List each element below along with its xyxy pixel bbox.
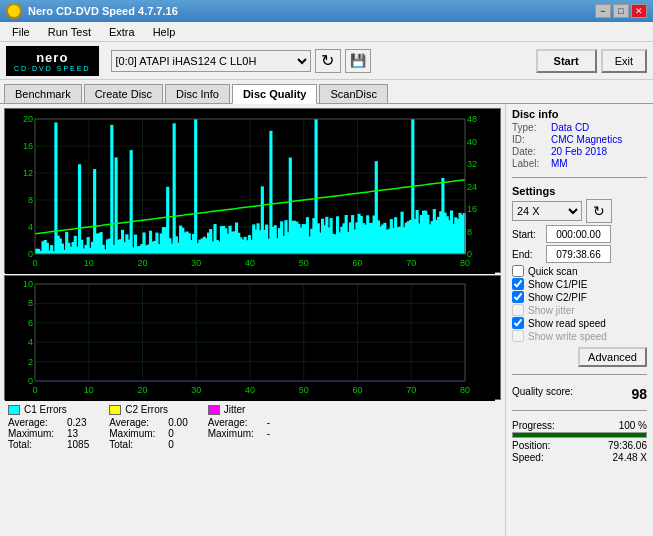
quick-scan-checkbox[interactable] [512, 265, 524, 277]
disc-info-title: Disc info [512, 108, 647, 120]
start-time-input[interactable] [546, 225, 611, 243]
show-c1pie-checkbox[interactable] [512, 278, 524, 290]
tab-benchmark[interactable]: Benchmark [4, 84, 82, 103]
close-button[interactable]: ✕ [631, 4, 647, 18]
tab-create-disc[interactable]: Create Disc [84, 84, 163, 103]
toolbar: nero CD·DVD SPEED [0:0] ATAPI iHAS124 C … [0, 42, 653, 80]
window-controls: − □ ✕ [595, 4, 647, 18]
c2-legend: C2 Errors Average:0.00 Maximum:0 Total:0 [109, 404, 187, 456]
c2-avg-value: 0.00 [168, 417, 187, 428]
menu-bar: File Run Test Extra Help [0, 22, 653, 42]
exit-button[interactable]: Exit [601, 49, 647, 73]
show-jitter-label: Show jitter [528, 305, 575, 316]
speed-row-progress: Speed: 24.48 X [512, 452, 647, 463]
logo-text: nero [36, 50, 68, 65]
settings-refresh-button[interactable]: ↻ [586, 199, 612, 223]
speed-label: Speed: [512, 452, 544, 463]
quick-scan-label: Quick scan [528, 266, 577, 277]
logo: nero CD·DVD SPEED [6, 46, 99, 76]
jitter-color-box [208, 405, 220, 415]
tab-bar: Benchmark Create Disc Disc Info Disc Qua… [0, 80, 653, 104]
tab-disc-quality[interactable]: Disc Quality [232, 84, 318, 104]
jitter-label: Jitter [224, 404, 246, 415]
show-read-speed-checkbox[interactable] [512, 317, 524, 329]
app-icon [6, 3, 22, 19]
refresh-button[interactable]: ↻ [315, 49, 341, 73]
label-value: MM [551, 158, 568, 169]
menu-extra[interactable]: Extra [101, 25, 143, 39]
charts-area: C1 Errors Average:0.23 Maximum:13 Total:… [0, 104, 505, 536]
jitter-avg-value: - [267, 417, 270, 428]
date-value: 20 Feb 2018 [551, 146, 607, 157]
speed-select[interactable]: 24 X 8 X 16 X 32 X Maximum [512, 201, 582, 221]
speed-row: 24 X 8 X 16 X 32 X Maximum ↻ [512, 199, 647, 223]
advanced-button[interactable]: Advanced [578, 347, 647, 367]
settings-section: Settings 24 X 8 X 16 X 32 X Maximum ↻ St… [512, 185, 647, 367]
main-content: C1 Errors Average:0.23 Maximum:13 Total:… [0, 104, 653, 536]
save-button[interactable]: 💾 [345, 49, 371, 73]
position-value: 79:36.06 [608, 440, 647, 451]
title-bar: Nero CD-DVD Speed 4.7.7.16 − □ ✕ [0, 0, 653, 22]
show-c2pif-checkbox[interactable] [512, 291, 524, 303]
speed-value: 24.48 X [613, 452, 647, 463]
tab-disc-info[interactable]: Disc Info [165, 84, 230, 103]
c1-avg-value: 0.23 [67, 417, 86, 428]
disc-type-row: Type: Data CD [512, 122, 647, 133]
end-time-label: End: [512, 249, 542, 260]
jitter-legend: Jitter Average:- Maximum:- [208, 404, 270, 456]
show-c2pif-row: Show C2/PIF [512, 291, 647, 303]
menu-run-test[interactable]: Run Test [40, 25, 99, 39]
progress-row: Progress: 100 % [512, 420, 647, 431]
end-time-input[interactable] [546, 245, 611, 263]
c1-color-box [8, 405, 20, 415]
c2-avg-label: Average: [109, 417, 164, 428]
progress-bar-container [512, 432, 647, 438]
c1-max-value: 13 [67, 428, 78, 439]
show-c1pie-row: Show C1/PIE [512, 278, 647, 290]
title-bar-title: Nero CD-DVD Speed 4.7.7.16 [6, 3, 178, 19]
show-write-speed-row: Show write speed [512, 330, 647, 342]
quick-scan-row: Quick scan [512, 265, 647, 277]
disc-date-row: Date: 20 Feb 2018 [512, 146, 647, 157]
c1-total-label: Total: [8, 439, 63, 450]
progress-bar-fill [513, 433, 646, 437]
start-button[interactable]: Start [536, 49, 597, 73]
right-panel: Disc info Type: Data CD ID: CMC Magnetic… [505, 104, 653, 536]
start-time-label: Start: [512, 229, 542, 240]
quality-score-label: Quality score: [512, 386, 573, 402]
c2-label: C2 Errors [125, 404, 168, 415]
c1-max-label: Maximum: [8, 428, 63, 439]
logo-sub: CD·DVD SPEED [14, 65, 91, 72]
minimize-button[interactable]: − [595, 4, 611, 18]
c1-legend: C1 Errors Average:0.23 Maximum:13 Total:… [8, 404, 89, 456]
show-write-speed-checkbox[interactable] [512, 330, 524, 342]
c2-total-label: Total: [109, 439, 164, 450]
c1-total-value: 1085 [67, 439, 89, 450]
type-value: Data CD [551, 122, 589, 133]
divider-1 [512, 177, 647, 178]
settings-title: Settings [512, 185, 647, 197]
maximize-button[interactable]: □ [613, 4, 629, 18]
quality-section: Quality score: 98 [512, 386, 647, 403]
menu-file[interactable]: File [4, 25, 38, 39]
show-jitter-checkbox[interactable] [512, 304, 524, 316]
jitter-max-label: Maximum: [208, 428, 263, 439]
disc-id-row: ID: CMC Magnetics [512, 134, 647, 145]
menu-help[interactable]: Help [145, 25, 184, 39]
progress-value: 100 % [619, 420, 647, 431]
show-c2pif-label: Show C2/PIF [528, 292, 587, 303]
type-label: Type: [512, 122, 547, 133]
drive-select[interactable]: [0:0] ATAPI iHAS124 C LL0H [111, 50, 311, 72]
divider-3 [512, 410, 647, 411]
position-label: Position: [512, 440, 550, 451]
show-jitter-row: Show jitter [512, 304, 647, 316]
disc-info-section: Disc info Type: Data CD ID: CMC Magnetic… [512, 108, 647, 170]
jitter-avg-label: Average: [208, 417, 263, 428]
c2-total-value: 0 [168, 439, 174, 450]
legend-area: C1 Errors Average:0.23 Maximum:13 Total:… [4, 402, 501, 458]
top-chart [4, 108, 501, 273]
show-read-speed-label: Show read speed [528, 318, 606, 329]
tab-scandisc[interactable]: ScanDisc [319, 84, 387, 103]
c1-label: C1 Errors [24, 404, 67, 415]
show-read-speed-row: Show read speed [512, 317, 647, 329]
